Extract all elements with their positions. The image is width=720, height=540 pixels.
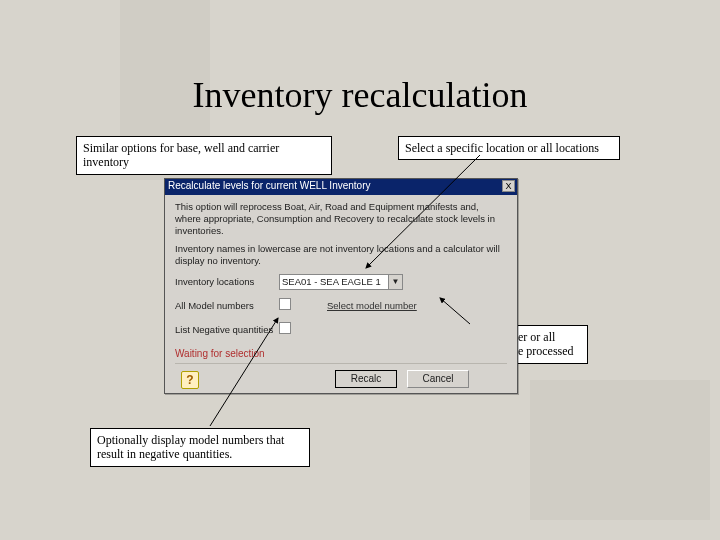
annotation-top-right: Select a specific location or all locati…: [398, 136, 620, 160]
row-location: Inventory locations SEA01 - SEA EAGLE 1 …: [175, 274, 507, 290]
row-list-negative: List Negative quantities: [175, 322, 507, 338]
close-icon[interactable]: X: [502, 180, 515, 192]
dialog-button-row: ? Recalc Cancel: [175, 369, 507, 393]
dialog-titlebar[interactable]: Recalculate levels for current WELL Inve…: [165, 179, 517, 195]
dialog-body: This option will reprocess Boat, Air, Ro…: [165, 195, 517, 397]
label-list-negative: List Negative quantities: [175, 324, 273, 335]
row-all-models: All Model numbers Select model number: [175, 298, 507, 314]
label-location: Inventory locations: [175, 276, 254, 287]
recalculate-dialog: Recalculate levels for current WELL Inve…: [164, 178, 518, 394]
location-select-value: SEA01 - SEA EAGLE 1: [282, 276, 381, 287]
page-title: Inventory recalculation: [0, 74, 720, 116]
location-select[interactable]: SEA01 - SEA EAGLE 1 ▼: [279, 274, 403, 290]
dialog-intro-1: This option will reprocess Boat, Air, Ro…: [175, 201, 507, 237]
divider: [175, 363, 507, 364]
select-model-link[interactable]: Select model number: [327, 300, 417, 311]
annotation-bottom-left: Optionally display model numbers that re…: [90, 428, 310, 467]
annotation-top-left: Similar options for base, well and carri…: [76, 136, 332, 175]
status-text: Waiting for selection: [175, 348, 507, 359]
all-models-checkbox[interactable]: [279, 298, 291, 310]
watermark-ship: [530, 380, 710, 520]
cancel-button[interactable]: Cancel: [407, 370, 469, 388]
help-icon[interactable]: ?: [181, 371, 199, 389]
label-all-models: All Model numbers: [175, 300, 254, 311]
chevron-down-icon[interactable]: ▼: [388, 275, 402, 289]
dialog-intro-2: Inventory names in lowercase are not inv…: [175, 243, 507, 267]
dialog-title: Recalculate levels for current WELL Inve…: [168, 180, 371, 191]
recalc-button[interactable]: Recalc: [335, 370, 397, 388]
list-negative-checkbox[interactable]: [279, 322, 291, 334]
